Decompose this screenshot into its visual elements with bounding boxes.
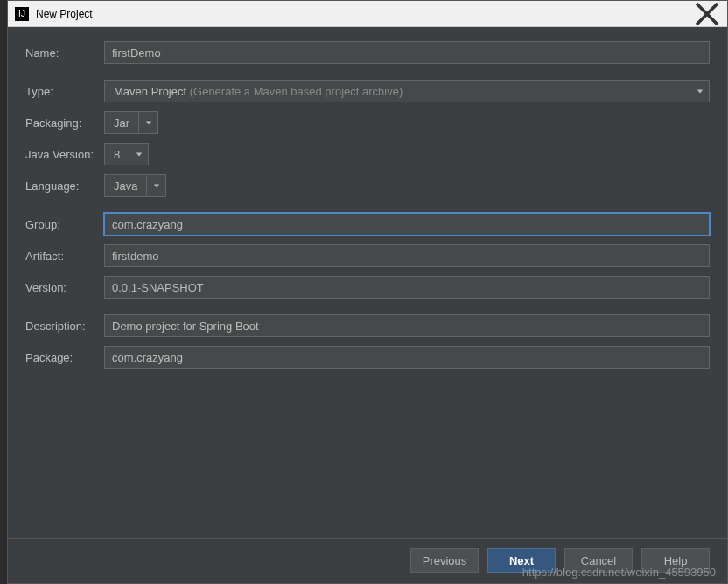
app-icon: IJ — [15, 7, 29, 21]
language-dropdown[interactable]: Java — [104, 174, 166, 197]
editor-gutter-strip — [0, 0, 7, 584]
artifact-field[interactable] — [104, 244, 710, 267]
svg-marker-2 — [696, 89, 702, 93]
packaging-dropdown[interactable]: Jar — [104, 111, 158, 134]
description-label: Description: — [25, 320, 104, 333]
window-title: New Project — [36, 8, 694, 20]
java-version-value: 8 — [105, 148, 129, 161]
description-field[interactable] — [104, 314, 710, 337]
chevron-down-icon[interactable] — [690, 81, 709, 102]
packaging-label: Packaging: — [25, 116, 104, 130]
type-dropdown[interactable]: Maven Project (Generate a Maven based pr… — [104, 80, 710, 102]
titlebar: IJ New Project — [8, 1, 727, 27]
java-version-dropdown[interactable]: 8 — [104, 143, 149, 165]
svg-marker-5 — [154, 184, 159, 187]
name-label: Name: — [25, 46, 104, 60]
type-hint: (Generate a Maven based project archive) — [190, 85, 403, 98]
next-button[interactable]: Next — [487, 548, 556, 573]
version-label: Version: — [25, 281, 104, 294]
language-value: Java — [105, 179, 146, 193]
language-label: Language: — [25, 179, 104, 193]
close-icon[interactable] — [694, 1, 720, 27]
type-label: Type: — [25, 85, 104, 98]
package-label: Package: — [25, 351, 104, 364]
chevron-down-icon[interactable] — [146, 175, 165, 196]
chevron-down-icon[interactable] — [129, 144, 148, 165]
previous-label-rest: revious — [430, 554, 466, 567]
chevron-down-icon[interactable] — [138, 112, 158, 133]
package-field[interactable] — [104, 346, 710, 369]
svg-marker-3 — [145, 121, 150, 124]
packaging-value: Jar — [105, 116, 138, 130]
new-project-dialog: IJ New Project Name: Type: Maven Project… — [7, 0, 728, 584]
group-label: Group: — [25, 218, 104, 231]
dialog-content: Name: Type: Maven Project (Generate a Ma… — [8, 27, 727, 538]
java-version-label: Java Version: — [25, 148, 104, 161]
artifact-label: Artifact: — [25, 250, 104, 263]
svg-marker-4 — [136, 152, 142, 156]
version-field[interactable] — [104, 276, 710, 299]
name-field[interactable] — [104, 41, 710, 64]
dialog-footer: Previous Next Cancel Help — [8, 538, 727, 583]
type-dropdown-text: Maven Project (Generate a Maven based pr… — [105, 85, 690, 98]
previous-button[interactable]: Previous — [410, 548, 479, 573]
type-value: Maven Project — [114, 85, 186, 98]
help-button[interactable]: Help — [641, 548, 710, 573]
cancel-button[interactable]: Cancel — [564, 548, 633, 573]
group-field[interactable] — [104, 213, 710, 236]
next-label-rest: ext — [517, 554, 534, 567]
